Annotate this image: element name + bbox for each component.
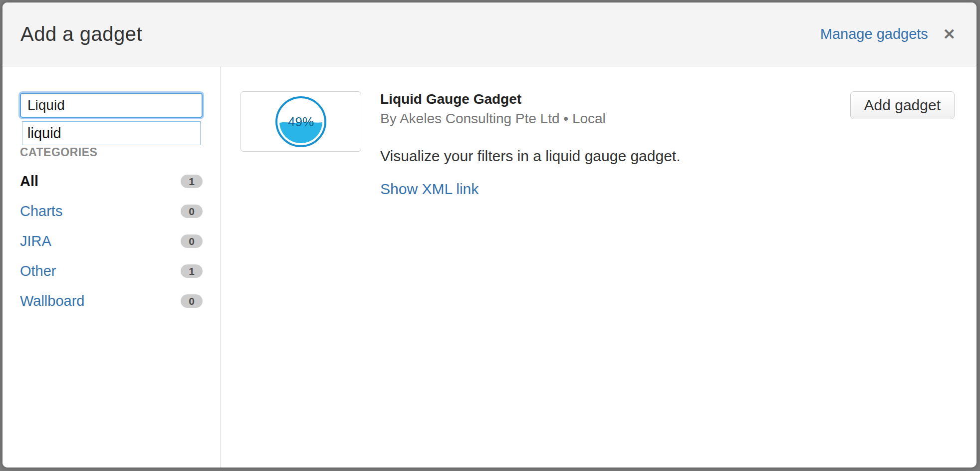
- suggestion-item[interactable]: liquid: [22, 122, 200, 145]
- close-icon[interactable]: ✕: [943, 27, 956, 42]
- gadget-preview-thumbnail: 49%: [241, 91, 361, 152]
- search-input[interactable]: [20, 93, 203, 118]
- dialog-title: Add a gadget: [20, 23, 142, 45]
- gadget-result-panel: 49% Liquid Gauge Gadget By Akeles Consul…: [221, 67, 977, 468]
- sidebar-item-charts[interactable]: Charts 0: [20, 196, 203, 226]
- category-label: Wallboard: [20, 293, 84, 309]
- add-gadget-button[interactable]: Add gadget: [850, 91, 955, 119]
- liquid-gauge-icon: 49%: [274, 95, 327, 148]
- header-actions: Manage gadgets ✕: [820, 26, 956, 42]
- category-label: Charts: [20, 203, 62, 220]
- show-xml-link[interactable]: Show XML link: [380, 181, 479, 198]
- categories-heading: CATEGORIES: [20, 146, 203, 159]
- gadget-name: Liquid Gauge Gadget: [380, 91, 850, 107]
- add-gadget-dialog: Add a gadget Manage gadgets ✕ liquid CAT…: [2, 2, 977, 468]
- category-count-badge: 0: [181, 294, 203, 308]
- category-label: JIRA: [20, 233, 51, 249]
- category-list: All 1 Charts 0 JIRA 0 Other 1: [20, 166, 203, 316]
- manage-gadgets-link[interactable]: Manage gadgets: [820, 26, 928, 42]
- category-count-badge: 1: [181, 264, 203, 278]
- gadget-description: Visualize your filters in a liquid gauge…: [380, 148, 850, 165]
- search-suggestions-dropdown: liquid: [22, 121, 201, 145]
- sidebar-item-other[interactable]: Other 1: [20, 256, 203, 286]
- gadget-byline: By Akeles Consulting Pte Ltd • Local: [380, 111, 850, 127]
- category-label: Other: [20, 263, 56, 279]
- dialog-body: liquid CATEGORIES All 1 Charts 0 JIRA 0: [2, 67, 977, 468]
- sidebar-item-wallboard[interactable]: Wallboard 0: [20, 286, 203, 316]
- sidebar: liquid CATEGORIES All 1 Charts 0 JIRA 0: [2, 67, 221, 468]
- dialog-backdrop: Add a gadget Manage gadgets ✕ liquid CAT…: [0, 0, 980, 471]
- category-count-badge: 0: [181, 235, 203, 248]
- category-label: All: [20, 173, 38, 190]
- sidebar-item-jira[interactable]: JIRA 0: [20, 226, 203, 256]
- category-count-badge: 1: [181, 175, 203, 188]
- category-count-badge: 0: [181, 205, 203, 218]
- dialog-header: Add a gadget Manage gadgets ✕: [2, 2, 977, 66]
- gauge-percent-label: 49%: [288, 114, 314, 129]
- gadget-info: Liquid Gauge Gadget By Akeles Consulting…: [380, 91, 850, 198]
- sidebar-item-all[interactable]: All 1: [20, 166, 203, 196]
